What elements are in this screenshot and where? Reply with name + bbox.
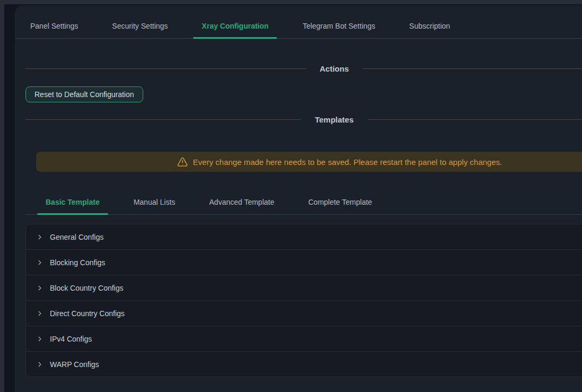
tab-telegram-bot-settings[interactable]: Telegram Bot Settings <box>294 22 384 38</box>
collapse-row-label: Direct Country Configs <box>50 309 125 318</box>
chevron-right-icon <box>37 361 43 368</box>
chevron-right-icon <box>37 234 43 240</box>
template-tab-manual-lists[interactable]: Manual Lists <box>125 198 184 214</box>
actions-divider: Actions <box>25 63 582 74</box>
tab-security-settings[interactable]: Security Settings <box>103 22 176 38</box>
xray-configuration-panel: Actions Reset to Default Configuration T… <box>15 63 582 377</box>
collapse-row-label: IPv4 Configs <box>50 335 92 343</box>
template-tab-advanced-template[interactable]: Advanced Template <box>201 198 283 214</box>
collapse-row-label: WARP Configs <box>50 360 99 369</box>
collapse-row-label: Blocking Configs <box>50 258 105 267</box>
template-tab-complete-template[interactable]: Complete Template <box>300 198 380 214</box>
tab-xray-configuration[interactable]: Xray Configuration <box>193 22 277 38</box>
chevron-right-icon <box>37 259 43 266</box>
reset-to-default-button[interactable]: Reset to Default Configuration <box>25 86 143 102</box>
chevron-right-icon <box>37 310 43 317</box>
collapse-row-label: General Configs <box>50 233 103 241</box>
collapse-row-block-country-configs[interactable]: Block Country Configs <box>26 275 582 300</box>
divider-line <box>25 119 301 120</box>
collapse-row-warp-configs[interactable]: WARP Configs <box>26 351 582 377</box>
collapse-row-blocking-configs[interactable]: Blocking Configs <box>26 249 582 275</box>
templates-divider: Templates <box>25 114 582 125</box>
chevron-right-icon <box>37 336 43 342</box>
warning-triangle-icon <box>177 156 188 167</box>
config-collapse: General ConfigsBlocking ConfigsBlock Cou… <box>25 224 582 377</box>
collapse-row-general-configs[interactable]: General Configs <box>26 224 582 249</box>
template-tab-basic-template[interactable]: Basic Template <box>37 198 108 214</box>
divider-line <box>25 68 306 69</box>
tab-panel-settings[interactable]: Panel Settings <box>22 22 86 38</box>
divider-line <box>368 119 582 120</box>
content-backdrop: Panel SettingsSecurity SettingsXray Conf… <box>4 4 582 392</box>
collapse-row-direct-country-configs[interactable]: Direct Country Configs <box>26 300 582 326</box>
warning-banner-text: Every change made here needs to be saved… <box>193 158 502 167</box>
warning-banner: Every change made here needs to be saved… <box>36 152 582 172</box>
settings-card: Panel SettingsSecurity SettingsXray Conf… <box>15 5 582 392</box>
template-tab-bar: Basic TemplateManual ListsAdvanced Templ… <box>25 184 582 215</box>
templates-divider-label: Templates <box>315 115 353 124</box>
collapse-row-ipv4-configs[interactable]: IPv4 Configs <box>26 326 582 351</box>
collapse-row-label: Block Country Configs <box>50 284 124 292</box>
tab-subscription[interactable]: Subscription <box>401 22 458 38</box>
main-tab-bar: Panel SettingsSecurity SettingsXray Conf… <box>15 5 582 39</box>
divider-line <box>363 68 582 69</box>
chevron-right-icon <box>37 285 43 291</box>
actions-divider-label: Actions <box>320 64 349 73</box>
